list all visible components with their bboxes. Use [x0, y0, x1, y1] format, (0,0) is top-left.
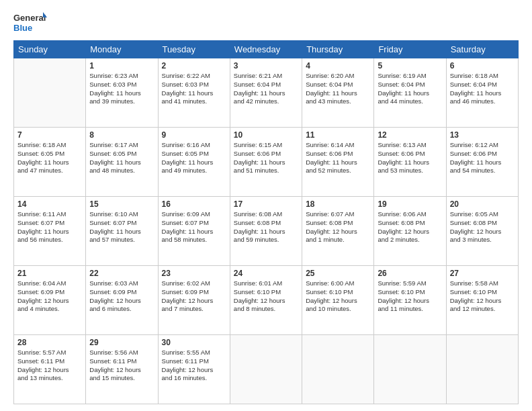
day-number: 7	[17, 130, 82, 140]
cell-w1-d3: 10Sunrise: 6:15 AM Sunset: 6:06 PM Dayli…	[230, 128, 302, 197]
header-friday: Friday	[374, 41, 446, 58]
cell-w1-d4: 11Sunrise: 6:14 AM Sunset: 6:06 PM Dayli…	[302, 128, 374, 197]
day-info: Sunrise: 6:19 AM Sunset: 6:04 PM Dayligh…	[378, 72, 442, 106]
cell-w4-d0: 28Sunrise: 5:57 AM Sunset: 6:11 PM Dayli…	[14, 335, 86, 404]
day-number: 13	[450, 130, 515, 140]
day-info: Sunrise: 6:20 AM Sunset: 6:04 PM Dayligh…	[306, 72, 370, 106]
day-info: Sunrise: 5:59 AM Sunset: 6:10 PM Dayligh…	[378, 279, 442, 314]
day-info: Sunrise: 6:05 AM Sunset: 6:08 PM Dayligh…	[450, 210, 515, 244]
cell-w3-d4: 25Sunrise: 6:00 AM Sunset: 6:10 PM Dayli…	[302, 266, 374, 335]
cell-w2-d6: 20Sunrise: 6:05 AM Sunset: 6:08 PM Dayli…	[446, 197, 518, 266]
day-number: 10	[234, 130, 298, 140]
day-number: 3	[234, 61, 298, 71]
header-sunday: Sunday	[14, 41, 86, 58]
day-number: 27	[450, 269, 515, 278]
week-row-0: 1Sunrise: 6:23 AM Sunset: 6:03 PM Daylig…	[14, 58, 519, 128]
day-info: Sunrise: 6:18 AM Sunset: 6:05 PM Dayligh…	[17, 141, 82, 175]
cell-w0-d4: 4Sunrise: 6:20 AM Sunset: 6:04 PM Daylig…	[302, 58, 374, 128]
cell-w4-d4	[302, 335, 374, 404]
header-thursday: Thursday	[302, 41, 374, 58]
day-info: Sunrise: 6:02 AM Sunset: 6:09 PM Dayligh…	[162, 279, 226, 314]
day-info: Sunrise: 6:00 AM Sunset: 6:10 PM Dayligh…	[306, 279, 370, 314]
header: General Blue	[13, 11, 519, 35]
header-saturday: Saturday	[446, 41, 518, 58]
cell-w3-d2: 23Sunrise: 6:02 AM Sunset: 6:09 PM Dayli…	[158, 266, 230, 335]
day-number: 2	[162, 61, 226, 71]
day-info: Sunrise: 6:13 AM Sunset: 6:06 PM Dayligh…	[378, 141, 442, 175]
cell-w0-d0	[14, 58, 86, 128]
header-monday: Monday	[86, 41, 158, 58]
day-info: Sunrise: 6:17 AM Sunset: 6:05 PM Dayligh…	[89, 141, 154, 175]
cell-w3-d3: 24Sunrise: 6:01 AM Sunset: 6:10 PM Dayli…	[230, 266, 302, 335]
day-number: 26	[378, 269, 442, 278]
day-number: 22	[89, 269, 154, 278]
cell-w4-d2: 30Sunrise: 5:55 AM Sunset: 6:11 PM Dayli…	[158, 335, 230, 404]
day-number: 6	[450, 61, 515, 71]
day-number: 19	[378, 199, 442, 209]
cell-w1-d1: 8Sunrise: 6:17 AM Sunset: 6:05 PM Daylig…	[86, 128, 158, 197]
cell-w3-d0: 21Sunrise: 6:04 AM Sunset: 6:09 PM Dayli…	[14, 266, 86, 335]
day-number: 30	[162, 338, 226, 347]
day-number: 9	[162, 130, 226, 140]
cell-w2-d2: 16Sunrise: 6:09 AM Sunset: 6:07 PM Dayli…	[158, 197, 230, 266]
day-number: 24	[234, 269, 298, 278]
day-number: 15	[89, 199, 154, 209]
cell-w2-d4: 18Sunrise: 6:07 AM Sunset: 6:08 PM Dayli…	[302, 197, 374, 266]
day-number: 16	[162, 199, 226, 209]
cell-w4-d1: 29Sunrise: 5:56 AM Sunset: 6:11 PM Dayli…	[86, 335, 158, 404]
logo: General Blue	[13, 11, 47, 35]
day-number: 11	[306, 130, 370, 140]
day-info: Sunrise: 6:18 AM Sunset: 6:04 PM Dayligh…	[450, 72, 515, 106]
day-info: Sunrise: 6:16 AM Sunset: 6:05 PM Dayligh…	[162, 141, 226, 175]
week-row-1: 7Sunrise: 6:18 AM Sunset: 6:05 PM Daylig…	[14, 128, 519, 197]
cell-w2-d5: 19Sunrise: 6:06 AM Sunset: 6:08 PM Dayli…	[374, 197, 446, 266]
svg-text:General: General	[13, 13, 46, 23]
calendar-header-row: SundayMondayTuesdayWednesdayThursdayFrid…	[14, 41, 519, 58]
day-info: Sunrise: 6:14 AM Sunset: 6:06 PM Dayligh…	[306, 141, 370, 175]
header-tuesday: Tuesday	[158, 41, 230, 58]
cell-w1-d6: 13Sunrise: 6:12 AM Sunset: 6:06 PM Dayli…	[446, 128, 518, 197]
day-number: 25	[306, 269, 370, 278]
day-info: Sunrise: 5:56 AM Sunset: 6:11 PM Dayligh…	[89, 349, 154, 383]
cell-w0-d3: 3Sunrise: 6:21 AM Sunset: 6:04 PM Daylig…	[230, 58, 302, 128]
day-number: 20	[450, 199, 515, 209]
svg-text:Blue: Blue	[13, 23, 32, 33]
day-info: Sunrise: 5:57 AM Sunset: 6:11 PM Dayligh…	[17, 349, 82, 383]
day-info: Sunrise: 6:07 AM Sunset: 6:08 PM Dayligh…	[306, 210, 370, 244]
day-number: 28	[17, 338, 82, 347]
cell-w4-d3	[230, 335, 302, 404]
cell-w3-d6: 27Sunrise: 5:58 AM Sunset: 6:10 PM Dayli…	[446, 266, 518, 335]
cell-w3-d1: 22Sunrise: 6:03 AM Sunset: 6:09 PM Dayli…	[86, 266, 158, 335]
day-number: 12	[378, 130, 442, 140]
day-info: Sunrise: 6:08 AM Sunset: 6:08 PM Dayligh…	[234, 210, 298, 244]
calendar-body: 1Sunrise: 6:23 AM Sunset: 6:03 PM Daylig…	[14, 58, 519, 404]
cell-w1-d2: 9Sunrise: 6:16 AM Sunset: 6:05 PM Daylig…	[158, 128, 230, 197]
cell-w0-d1: 1Sunrise: 6:23 AM Sunset: 6:03 PM Daylig…	[86, 58, 158, 128]
logo-svg: General Blue	[13, 11, 47, 35]
day-number: 1	[89, 61, 154, 71]
day-info: Sunrise: 6:15 AM Sunset: 6:06 PM Dayligh…	[234, 141, 298, 175]
day-number: 29	[89, 338, 154, 347]
cell-w1-d5: 12Sunrise: 6:13 AM Sunset: 6:06 PM Dayli…	[374, 128, 446, 197]
cell-w4-d5	[374, 335, 446, 404]
cell-w2-d0: 14Sunrise: 6:11 AM Sunset: 6:07 PM Dayli…	[14, 197, 86, 266]
day-info: Sunrise: 6:12 AM Sunset: 6:06 PM Dayligh…	[450, 141, 515, 175]
day-number: 18	[306, 199, 370, 209]
week-row-4: 28Sunrise: 5:57 AM Sunset: 6:11 PM Dayli…	[14, 335, 519, 404]
day-info: Sunrise: 6:03 AM Sunset: 6:09 PM Dayligh…	[89, 279, 154, 314]
cell-w0-d5: 5Sunrise: 6:19 AM Sunset: 6:04 PM Daylig…	[374, 58, 446, 128]
day-info: Sunrise: 6:04 AM Sunset: 6:09 PM Dayligh…	[17, 279, 82, 314]
week-row-3: 21Sunrise: 6:04 AM Sunset: 6:09 PM Dayli…	[14, 266, 519, 335]
day-info: Sunrise: 6:11 AM Sunset: 6:07 PM Dayligh…	[17, 210, 82, 244]
day-info: Sunrise: 6:10 AM Sunset: 6:07 PM Dayligh…	[89, 210, 154, 244]
cell-w1-d0: 7Sunrise: 6:18 AM Sunset: 6:05 PM Daylig…	[14, 128, 86, 197]
cell-w4-d6	[446, 335, 518, 404]
day-info: Sunrise: 6:01 AM Sunset: 6:10 PM Dayligh…	[234, 279, 298, 314]
calendar-table: SundayMondayTuesdayWednesdayThursdayFrid…	[13, 40, 519, 404]
week-row-2: 14Sunrise: 6:11 AM Sunset: 6:07 PM Dayli…	[14, 197, 519, 266]
day-info: Sunrise: 6:22 AM Sunset: 6:03 PM Dayligh…	[162, 72, 226, 106]
day-number: 23	[162, 269, 226, 278]
day-number: 5	[378, 61, 442, 71]
cell-w2-d1: 15Sunrise: 6:10 AM Sunset: 6:07 PM Dayli…	[86, 197, 158, 266]
day-info: Sunrise: 6:06 AM Sunset: 6:08 PM Dayligh…	[378, 210, 442, 244]
